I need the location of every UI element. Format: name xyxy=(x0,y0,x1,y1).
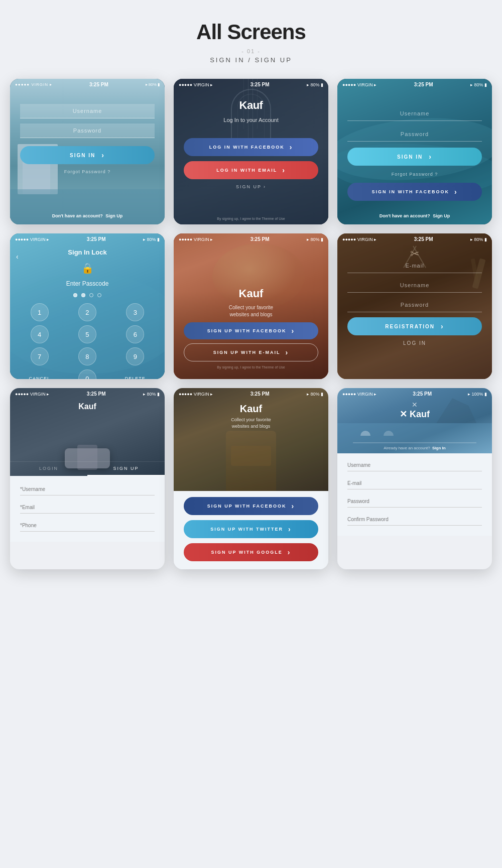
already-have-account-9: Already have an account? Sign In xyxy=(337,446,492,450)
confirm-password-input-9[interactable] xyxy=(347,514,482,526)
status-bar-5: ●●●●● VIRGIN ▸ 3:25 PM ▸ 80% ▮ xyxy=(174,233,328,244)
screen-6-card: ●●●●● VIRGIN ▸ 3:25 PM ▸ 80% ▮ ✂ REGISTR… xyxy=(337,233,492,379)
username-input-3[interactable] xyxy=(347,106,482,121)
screen-1-content: SIGN IN Forgot Password ? xyxy=(10,104,165,174)
forgot-password-3[interactable]: Forgot Password ? xyxy=(392,172,438,177)
status-bar-6: ●●●●● VIRGIN ▸ 3:25 PM ▸ 80% ▮ xyxy=(337,233,492,244)
signup-link-1[interactable]: Sign Up xyxy=(105,213,122,218)
screen-5-bg: ●●●●● VIRGIN ▸ 3:25 PM ▸ 80% ▮ Kauf Coll… xyxy=(174,233,328,379)
signal-8: ●●●●● VIRGIN ▸ xyxy=(179,392,213,397)
signin-button-1[interactable]: SIGN IN xyxy=(20,146,155,164)
fb-signup-button-8[interactable]: SIGN UP WITH FACEBOOK xyxy=(184,497,318,515)
battery-6: ▸ 80% ▮ xyxy=(470,237,487,242)
registration-button-6[interactable]: REGISTRATION xyxy=(347,317,482,335)
arrow-3 xyxy=(427,153,432,161)
time-6: 3:25 PM xyxy=(414,236,433,242)
signal-4: ●●●●● VIRGIN ▸ xyxy=(15,237,49,242)
google-signup-button-8[interactable]: SIGN UP WITH GOOGLE xyxy=(184,543,318,561)
fb-signin-button-3[interactable]: SIGN IN WITH FACEBOOK xyxy=(347,183,482,201)
dot-2 xyxy=(81,293,85,297)
password-input-6[interactable] xyxy=(347,298,482,312)
forgot-password-1[interactable]: Forgot Password ? xyxy=(64,169,111,174)
fb-label-5: SIGN UP WITH FACEBOOK xyxy=(207,328,287,333)
screen-2-title: Kauf xyxy=(239,99,263,112)
cancel-btn-4[interactable]: CANCEL xyxy=(31,369,49,379)
num-btn-1[interactable]: 1 xyxy=(31,303,49,321)
arrow-fb-5 xyxy=(290,327,295,335)
login-link-6[interactable]: LOG IN xyxy=(403,340,426,346)
signup-link-3[interactable]: Sign Up xyxy=(433,213,450,218)
num-btn-3[interactable]: 3 xyxy=(126,303,144,321)
status-bar-2: ●●●●● VIRGIN ▸ 3:25 PM ▸ 80% ▮ xyxy=(174,79,328,89)
num-btn-2[interactable]: 2 xyxy=(78,303,96,321)
num-btn-7[interactable]: 7 xyxy=(31,347,49,365)
email-label-5: SIGN UP WITH E-MAIL xyxy=(213,350,281,355)
reg-label-6: REGISTRATION xyxy=(385,324,435,329)
screen-3-bg: ●●●●● VIRGIN ▸ 3:25 PM ▸ 80% ▮ SIGN IN F… xyxy=(337,79,492,224)
num-btn-8[interactable]: 8 xyxy=(78,347,96,365)
fb-signup-button-5[interactable]: SIGN UP WITH FACEBOOK xyxy=(184,322,318,339)
screen-7-card: ●●●●● VIRGIN ▸ 3:25 PM ▸ 80% ▮ Kauf LOGI… xyxy=(10,388,165,569)
delete-btn-4[interactable]: DELETE xyxy=(126,369,144,379)
time-7: 3:25 PM xyxy=(87,391,106,397)
password-input-1[interactable] xyxy=(20,123,155,138)
page-title: All Screens xyxy=(10,20,492,44)
status-bar-4: ●●●●● VIRGIN ▸ 3:25 PM ▸ 80% ▮ xyxy=(10,233,165,244)
num-btn-5[interactable]: 5 xyxy=(78,325,96,343)
dont-have-account-3: Don't have an account? Sign Up xyxy=(337,213,492,218)
screen-9-logo-wrap: ✕ ✕ Kauf xyxy=(337,401,492,420)
time-3: 3:25 PM xyxy=(414,82,433,87)
arrow-fb-3 xyxy=(452,188,458,196)
password-input-9[interactable] xyxy=(347,495,482,508)
tab-signup-7[interactable]: SIGN UP xyxy=(87,462,165,476)
terms-2: By signing up, I agree to the Therme of … xyxy=(174,217,328,220)
screen-8-subtitle: Collect your favoritewebsites and blogs xyxy=(174,417,328,429)
num-btn-9[interactable]: 9 xyxy=(126,347,144,365)
num-btn-0[interactable]: 0 xyxy=(78,369,96,379)
screen-7-form xyxy=(10,476,165,542)
screen-8-title: Kauf xyxy=(174,403,328,415)
dont-have-account-1: Don't have an account? Sign Up xyxy=(10,213,165,218)
screen-2-bg: ●●●●● VIRGIN ▸ 3:25 PM ▸ 80% ▮ Kauf Log … xyxy=(174,79,328,224)
email-login-button-2[interactable]: LOG IN WITH EMAIL xyxy=(184,161,318,179)
battery-7: ▸ 80% ▮ xyxy=(143,392,160,397)
section-title: SIGN IN / SIGN UP xyxy=(10,56,492,64)
phone-input-7[interactable] xyxy=(20,520,155,532)
arrow-email-5 xyxy=(284,348,289,356)
time-4: 3:25 PM xyxy=(87,236,106,242)
num-btn-4[interactable]: 4 xyxy=(31,325,49,343)
fb-label-2: LOG IN WITH FACEBOOK xyxy=(209,145,285,150)
arrow-email-2 xyxy=(280,166,286,174)
twitter-signup-button-8[interactable]: SIGN UP WITH TWITTER xyxy=(184,520,318,538)
email-input-6[interactable] xyxy=(347,259,482,273)
time-2: 3:25 PM xyxy=(250,82,270,87)
signal-1: ●●●●● VIRGIN ▸ xyxy=(15,82,52,87)
time-5: 3:25 PM xyxy=(250,236,270,242)
signin-link-9[interactable]: Sign In xyxy=(432,446,446,450)
email-input-7[interactable] xyxy=(20,502,155,514)
facebook-login-button-2[interactable]: LOG IN WITH FACEBOOK xyxy=(184,138,318,156)
signin-button-3[interactable]: SIGN IN xyxy=(347,148,482,166)
arrow-reg-6 xyxy=(439,322,444,330)
tab-login-7[interactable]: LOGIN xyxy=(10,462,87,476)
username-input-7[interactable] xyxy=(20,483,155,495)
username-input-9[interactable] xyxy=(347,459,482,471)
signal-6: ●●●●● VIRGIN ▸ xyxy=(342,237,376,242)
email-signup-button-5[interactable]: SIGN UP WITH E-MAIL xyxy=(184,343,318,361)
screen-4-bg: ●●●●● VIRGIN ▸ 3:25 PM ▸ 80% ▮ ‹ Sign In… xyxy=(10,233,165,379)
signal-2: ●●●●● VIRGIN ▸ xyxy=(179,82,213,87)
username-input-1[interactable] xyxy=(20,104,155,118)
battery-5: ▸ 80% ▮ xyxy=(307,237,323,242)
num-btn-6[interactable]: 6 xyxy=(126,325,144,343)
password-input-3[interactable] xyxy=(347,127,482,142)
screen-8-title-wrap: Kauf Collect your favoritewebsites and b… xyxy=(174,403,328,429)
arrow-fb-2 xyxy=(288,143,293,151)
username-input-6[interactable] xyxy=(347,278,482,293)
email-input-9[interactable] xyxy=(347,477,482,489)
dot-4 xyxy=(97,293,101,297)
screen-7-title: Kauf xyxy=(10,402,165,411)
signup-link-2[interactable]: SIGN UP › xyxy=(236,184,266,189)
section-number: - 01 - xyxy=(10,48,492,54)
status-bar-1: ●●●●● VIRGIN ▸ 3:25 PM ▸ 80% ▮ xyxy=(10,79,165,89)
passcode-dots xyxy=(73,293,101,297)
